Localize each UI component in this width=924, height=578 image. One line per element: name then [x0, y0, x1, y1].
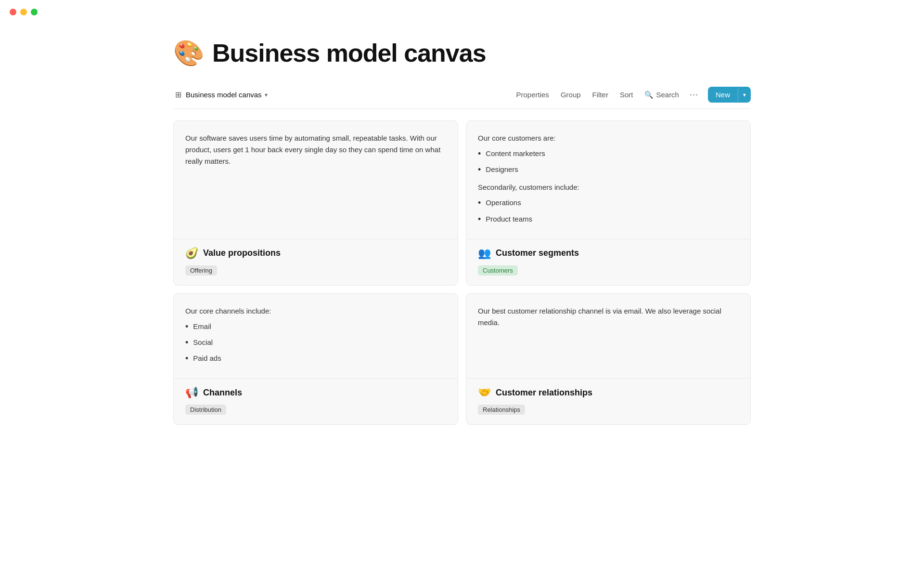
search-button[interactable]: 🔍 Search: [640, 88, 684, 102]
list-item-content-marketers: Content marketers: [478, 148, 739, 160]
toolbar-right: Properties Group Filter Sort 🔍 Search ··…: [512, 87, 751, 103]
filter-button[interactable]: Filter: [588, 88, 613, 102]
tag-offering[interactable]: Offering: [185, 265, 217, 276]
card-intro-2-customer-segments: Secondarily, customers include:: [478, 182, 739, 193]
card-list-2-customer-segments: Operations Product teams: [478, 197, 739, 225]
group-button[interactable]: Group: [556, 88, 586, 102]
card-footer-customer-segments: 👥 Customer segments Customers: [466, 239, 750, 285]
properties-button[interactable]: Properties: [512, 88, 554, 102]
card-body-customer-segments: Our core customers are: Content marketer…: [466, 121, 750, 239]
card-channels: Our core channels include: Email Social …: [173, 293, 458, 425]
tag-distribution[interactable]: Distribution: [185, 405, 226, 415]
traffic-lights: [0, 0, 924, 24]
card-tags-value-propositions: Offering: [185, 265, 446, 276]
list-item-designers: Designers: [478, 164, 739, 176]
card-tags-channels: Distribution: [185, 405, 446, 415]
page-title-area: 🎨 Business model canvas: [173, 39, 751, 67]
tag-relationships[interactable]: Relationships: [478, 405, 525, 415]
card-title-row-customer-segments: 👥 Customer segments: [478, 247, 739, 260]
more-options-button[interactable]: ···: [686, 87, 702, 103]
new-button[interactable]: New ▾: [708, 87, 751, 103]
tag-customers[interactable]: Customers: [478, 265, 518, 276]
page-container: 🎨 Business model canvas ⊞ Business model…: [125, 39, 799, 454]
card-value-propositions: Our software saves users time by automat…: [173, 120, 458, 286]
traffic-light-green[interactable]: [31, 9, 38, 15]
list-item-paid-ads: Paid ads: [185, 353, 446, 365]
view-label[interactable]: Business model canvas: [186, 91, 262, 99]
card-emoji-customer-relationships: 🤝: [478, 386, 491, 399]
traffic-light-red[interactable]: [10, 9, 16, 15]
gallery-grid: Our software saves users time by automat…: [173, 120, 751, 425]
search-icon: 🔍: [644, 91, 654, 99]
card-footer-value-propositions: 🥑 Value propositions Offering: [174, 239, 458, 285]
card-emoji-customer-segments: 👥: [478, 247, 491, 260]
card-title-row-value-propositions: 🥑 Value propositions: [185, 247, 446, 260]
card-list-channels: Email Social Paid ads: [185, 321, 446, 365]
card-intro-1-customer-segments: Our core customers are:: [478, 132, 739, 144]
card-tags-customer-relationships: Relationships: [478, 405, 739, 415]
card-text-value-propositions: Our software saves users time by automat…: [185, 132, 446, 167]
view-icon: ⊞: [173, 90, 183, 100]
card-emoji-value-propositions: 🥑: [185, 247, 198, 260]
card-title-row-channels: 📢 Channels: [185, 386, 446, 399]
card-title-customer-segments: Customer segments: [496, 248, 579, 258]
list-item-email: Email: [185, 321, 446, 333]
new-button-label: New: [708, 87, 738, 103]
card-body-customer-relationships: Our best customer relationship channel i…: [466, 294, 750, 379]
card-customer-relationships: Our best customer relationship channel i…: [466, 293, 751, 425]
card-footer-channels: 📢 Channels Distribution: [174, 378, 458, 424]
card-body-value-propositions: Our software saves users time by automat…: [174, 121, 458, 239]
card-title-value-propositions: Value propositions: [203, 248, 281, 258]
card-title-row-customer-relationships: 🤝 Customer relationships: [478, 386, 739, 399]
sort-button[interactable]: Sort: [615, 88, 638, 102]
card-body-channels: Our core channels include: Email Social …: [174, 294, 458, 379]
card-footer-customer-relationships: 🤝 Customer relationships Relationships: [466, 378, 750, 424]
page-emoji: 🎨: [173, 40, 205, 66]
traffic-light-yellow[interactable]: [20, 9, 27, 15]
toolbar: ⊞ Business model canvas ▾ Properties Gro…: [173, 87, 751, 109]
new-button-chevron-icon[interactable]: ▾: [738, 88, 751, 102]
card-tags-customer-segments: Customers: [478, 265, 739, 276]
list-item-social: Social: [185, 337, 446, 349]
card-list-1-customer-segments: Content marketers Designers: [478, 148, 739, 176]
list-item-operations: Operations: [478, 197, 739, 209]
card-intro-channels: Our core channels include:: [185, 305, 446, 317]
card-text-customer-relationships: Our best customer relationship channel i…: [478, 305, 739, 328]
page-title: Business model canvas: [212, 39, 486, 67]
card-customer-segments: Our core customers are: Content marketer…: [466, 120, 751, 286]
card-title-customer-relationships: Customer relationships: [496, 388, 592, 398]
view-chevron-icon[interactable]: ▾: [265, 92, 268, 98]
card-title-channels: Channels: [203, 388, 242, 398]
list-item-product-teams: Product teams: [478, 213, 739, 225]
card-emoji-channels: 📢: [185, 386, 198, 399]
toolbar-left: ⊞ Business model canvas ▾: [173, 90, 268, 100]
